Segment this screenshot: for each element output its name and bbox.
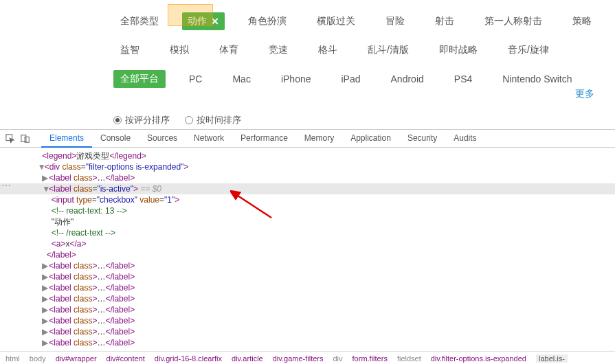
dom-node[interactable]: ▶<label class>…</label>	[0, 172, 615, 183]
text-node: "动作"	[52, 217, 74, 227]
legend-text: 游戏类型	[76, 151, 109, 161]
radio-label: 按评分排序	[125, 114, 170, 126]
type-tag[interactable]: 横版过关	[310, 12, 362, 30]
type-filter-row-2: 益智 模拟 体育 竞速 格斗 乱斗/清版 即时战略 音乐/旋律	[0, 36, 615, 65]
dom-node[interactable]: ▶<label class>…</label>	[0, 282, 615, 293]
radio-label: 按时间排序	[197, 114, 241, 126]
breadcrumb-item[interactable]: form.filters	[353, 354, 388, 363]
dom-node[interactable]: <!-- react-text: 13 -->	[0, 205, 615, 216]
breadcrumb-item[interactable]: div.filter-options.is-expanded	[431, 354, 526, 363]
dom-node[interactable]: ▶<label class>…</label>	[0, 293, 615, 304]
dom-node[interactable]: </label>	[0, 249, 615, 260]
tab-sources[interactable]: Sources	[139, 130, 186, 148]
dom-node[interactable]: ▶<label class>…</label>	[0, 304, 615, 315]
type-tag[interactable]: 角色扮演	[241, 12, 293, 30]
svg-rect-1	[21, 135, 26, 141]
dom-node[interactable]: ▶<label class>…</label>	[0, 315, 615, 326]
sort-by-rating-radio[interactable]: 按评分排序	[113, 114, 170, 126]
overflow-indicator: ⋯	[0, 180, 11, 191]
dom-node[interactable]: ▶<label class>…</label>	[0, 326, 615, 337]
expand-toggle-icon[interactable]: ▶	[42, 172, 49, 183]
dom-node[interactable]: <legend>游戏类型</legend>	[0, 150, 615, 161]
breadcrumb-item[interactable]: html	[5, 354, 20, 363]
tab-network[interactable]: Network	[186, 130, 232, 148]
platform-tag[interactable]: Mac	[225, 71, 257, 87]
comment-node: <!-- react-text: 13 -->	[52, 206, 127, 216]
tab-performance[interactable]: Performance	[232, 130, 296, 148]
expand-toggle-icon[interactable]: ▶	[42, 326, 49, 337]
dom-node[interactable]: ▶<label class>…</label>	[0, 260, 615, 271]
expand-toggle-icon[interactable]: ▶	[42, 271, 49, 282]
type-tag[interactable]: 音乐/旋律	[501, 41, 556, 59]
type-filter-row-1: 全部类型 动作 ✕ 角色扮演 横版过关 冒险 射击 第一人称射击 策略	[0, 7, 615, 36]
type-tag[interactable]: 全部类型	[113, 12, 166, 30]
breadcrumb-item-selected[interactable]: label.is-	[536, 354, 568, 363]
breadcrumb-item[interactable]: div.article	[232, 354, 263, 363]
platform-filter-row: 全部平台 PC Mac iPhone iPad Android PS4 Nint…	[0, 65, 615, 106]
type-tag[interactable]: 策略	[566, 12, 599, 30]
dom-node[interactable]: <!-- /react-text -->	[0, 227, 615, 238]
type-tag[interactable]: 冒险	[379, 12, 412, 30]
sort-row: 按评分排序 按时间排序	[0, 106, 615, 129]
inspect-element-icon[interactable]	[4, 133, 16, 145]
dom-breadcrumb[interactable]: html body div#wrapper div#content div.gr…	[0, 351, 615, 364]
comment-node: <!-- /react-text -->	[52, 228, 115, 238]
type-tag[interactable]: 乱斗/清版	[361, 41, 416, 59]
platform-tag[interactable]: PS4	[447, 71, 479, 87]
type-tag[interactable]: 即时战略	[432, 41, 484, 59]
selected-indicator: == $0	[138, 184, 161, 194]
breadcrumb-item[interactable]: div.game-filters	[273, 354, 324, 363]
platform-tag[interactable]: Nintendo Switch	[495, 71, 579, 87]
expand-toggle-icon[interactable]: ▶	[42, 337, 49, 348]
type-tag[interactable]: 益智	[113, 41, 146, 59]
expand-toggle-icon[interactable]: ▶	[42, 293, 49, 304]
dom-node-selected[interactable]: ▼<label class="is-active"> == $0	[0, 183, 615, 194]
type-tag[interactable]: 格斗	[311, 41, 344, 59]
devtools-toolbar: Elements Console Sources Network Perform…	[0, 130, 615, 148]
filter-panel: 全部类型 动作 ✕ 角色扮演 横版过关 冒险 射击 第一人称射击 策略 益智 模…	[0, 0, 615, 129]
tab-memory[interactable]: Memory	[296, 130, 342, 148]
breadcrumb-item[interactable]: div.grid-16-8.clearfix	[155, 354, 222, 363]
expand-toggle-icon[interactable]: ▶	[42, 260, 49, 271]
radio-icon	[113, 116, 122, 124]
dom-node[interactable]: ▶<label class>…</label>	[0, 337, 615, 348]
type-tag[interactable]: 体育	[212, 41, 245, 59]
expand-toggle-icon[interactable]: ▶	[42, 282, 49, 293]
dom-node[interactable]: ▶<label class>…</label>	[0, 271, 615, 282]
devtools-tabs: Elements Console Sources Network Perform…	[41, 130, 485, 148]
breadcrumb-item[interactable]: div#content	[107, 354, 145, 363]
sort-by-time-radio[interactable]: 按时间排序	[185, 114, 241, 126]
dom-node[interactable]: <a>x</a>	[0, 238, 615, 249]
tab-elements[interactable]: Elements	[41, 130, 92, 148]
tab-audits[interactable]: Audits	[445, 130, 484, 148]
more-link[interactable]: 更多	[575, 88, 594, 100]
dom-node[interactable]: "动作"	[0, 216, 615, 227]
breadcrumb-item[interactable]: div#wrapper	[56, 354, 97, 363]
expand-toggle-icon[interactable]: ▶	[42, 304, 49, 315]
devtools-panel: Elements Console Sources Network Perform…	[0, 129, 615, 364]
type-tag[interactable]: 竞速	[262, 41, 295, 59]
expand-toggle-icon[interactable]: ▶	[42, 315, 49, 326]
tab-console[interactable]: Console	[92, 130, 139, 148]
type-tag[interactable]: 第一人称射击	[478, 12, 549, 30]
breadcrumb-item[interactable]: fieldset	[397, 354, 421, 363]
dom-node[interactable]: <input type="checkbox" value="1">	[0, 194, 615, 205]
expand-toggle-icon[interactable]: ▼	[42, 183, 49, 194]
expand-toggle-icon[interactable]: ▼	[38, 161, 45, 172]
tab-security[interactable]: Security	[399, 130, 445, 148]
type-tag[interactable]: 模拟	[163, 41, 196, 59]
breadcrumb-item[interactable]: body	[30, 354, 46, 363]
elements-tree[interactable]: ⋯ <legend>游戏类型</legend> ▼<div class="fil…	[0, 148, 615, 351]
platform-tag-active[interactable]: 全部平台	[113, 70, 166, 88]
platform-tag[interactable]: PC	[182, 71, 209, 87]
tab-application[interactable]: Application	[342, 130, 399, 148]
platform-tag[interactable]: iPad	[335, 71, 368, 87]
platform-tag[interactable]: Android	[384, 71, 431, 87]
device-toggle-icon[interactable]	[19, 133, 32, 145]
platform-tag[interactable]: iPhone	[274, 71, 318, 87]
breadcrumb-item[interactable]: div	[333, 354, 342, 363]
inspect-highlight-overlay	[168, 4, 213, 26]
dom-node[interactable]: ▼<div class="filter-options is-expanded"…	[0, 161, 615, 172]
radio-icon	[185, 116, 193, 124]
type-tag[interactable]: 射击	[428, 12, 461, 30]
